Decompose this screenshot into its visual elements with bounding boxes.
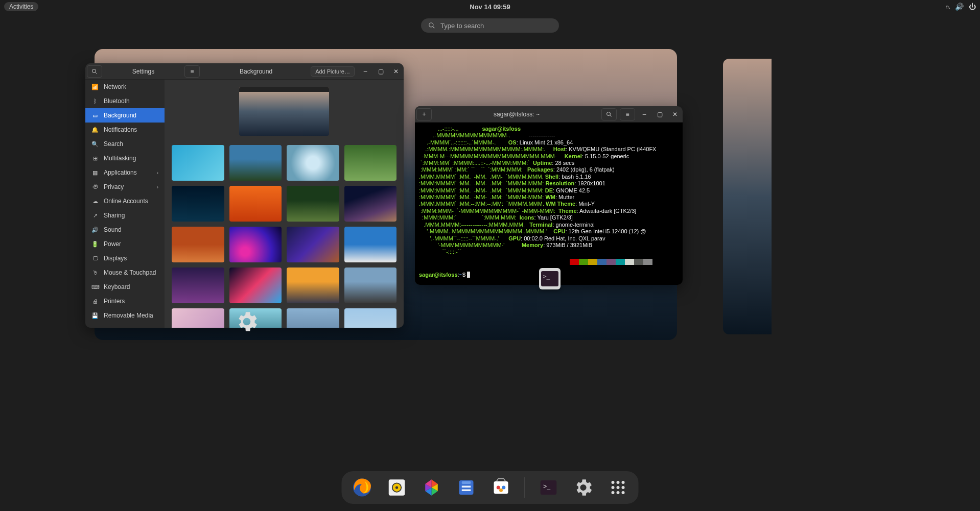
sidebar-item-label: Power	[104, 240, 121, 248]
sidebar-item-label: Privacy	[104, 183, 124, 190]
overview-window-icon-settings[interactable]	[234, 309, 260, 334]
sidebar-item-icon: 🔋	[91, 241, 99, 248]
svg-text:>_: >_	[543, 483, 550, 490]
wallpaper-option[interactable]	[172, 186, 224, 222]
dock-app-photos[interactable]	[421, 476, 443, 499]
wallpaper-option[interactable]	[229, 186, 282, 222]
window-minimize-button[interactable]: –	[358, 63, 373, 80]
wallpaper-option[interactable]	[287, 308, 339, 328]
power-icon[interactable]: ⏻	[969, 3, 976, 11]
dock-show-apps[interactable]	[607, 476, 629, 499]
terminal-output[interactable]: ...-:::::-... sagar@itsfoss .-MMMMMMMMMM…	[415, 123, 683, 285]
svg-point-34	[617, 491, 620, 494]
sidebar-item-displays[interactable]: 🖵Displays	[85, 251, 165, 265]
overview-search[interactable]: Type to search	[421, 18, 559, 33]
wallpaper-option[interactable]	[172, 145, 224, 181]
sidebar-item-background[interactable]: ▭Background	[85, 108, 165, 123]
svg-point-4	[607, 112, 611, 115]
wallpaper-option[interactable]	[172, 308, 224, 328]
window-close-button[interactable]: ✕	[388, 63, 404, 80]
add-picture-button[interactable]: Add Picture…	[311, 66, 355, 77]
settings-content-title: Background	[201, 68, 311, 75]
svg-rect-18	[462, 481, 471, 484]
svg-point-22	[497, 486, 500, 490]
workspace-thumbnail-2[interactable]	[723, 59, 772, 334]
svg-line-3	[96, 72, 97, 74]
svg-point-31	[617, 486, 620, 489]
svg-point-33	[612, 491, 615, 494]
overview-window-icon-terminal[interactable]: >_	[539, 268, 561, 289]
wallpaper-option[interactable]	[229, 227, 282, 262]
sidebar-item-sound[interactable]: 🔊Sound	[85, 223, 165, 237]
dock-app-firefox[interactable]	[351, 476, 374, 499]
sidebar-item-multitasking[interactable]: ⊞Multitasking	[85, 151, 165, 165]
wallpaper-option[interactable]	[229, 267, 282, 303]
wallpaper-option[interactable]	[344, 186, 397, 222]
sidebar-item-label: Removable Media	[104, 312, 153, 319]
hamburger-menu-button[interactable]: ≡	[184, 65, 200, 78]
volume-icon[interactable]: 🔊	[955, 3, 964, 11]
wallpaper-option[interactable]	[287, 267, 339, 303]
wallpaper-option[interactable]	[287, 227, 339, 262]
svg-point-30	[612, 486, 615, 489]
svg-rect-19	[462, 486, 471, 488]
sidebar-item-icon: 🔔	[91, 127, 99, 133]
sidebar-item-removable-media[interactable]: 💾Removable Media	[85, 308, 165, 323]
wallpaper-option[interactable]	[344, 267, 397, 303]
settings-window: Settings ≡ Background Add Picture… – ▢ ✕…	[85, 63, 404, 328]
sidebar-item-power[interactable]: 🔋Power	[85, 237, 165, 251]
sidebar-item-network[interactable]: 📶Network	[85, 80, 165, 94]
wallpaper-option[interactable]	[172, 227, 224, 262]
search-icon	[428, 22, 435, 29]
sidebar-item-notifications[interactable]: 🔔Notifications	[85, 123, 165, 137]
dock-separator	[525, 477, 525, 498]
sidebar-item-label: Background	[104, 112, 136, 119]
terminal-close-button[interactable]: ✕	[667, 106, 683, 123]
sidebar-item-mouse-touchpad[interactable]: 🖰Mouse & Touchpad	[85, 265, 165, 280]
settings-sidebar: 📶NetworkᛒBluetooth▭Background🔔Notificati…	[85, 80, 165, 328]
wallpaper-option[interactable]	[344, 227, 397, 262]
clock[interactable]: Nov 14 09:59	[470, 3, 510, 11]
network-icon[interactable]: ⏢	[946, 3, 950, 11]
sidebar-search-button[interactable]	[87, 65, 102, 78]
sidebar-item-online-accounts[interactable]: ☁Online Accounts	[85, 194, 165, 208]
sidebar-item-search[interactable]: 🔍Search	[85, 137, 165, 151]
wallpaper-option[interactable]	[287, 145, 339, 181]
wallpaper-option[interactable]	[229, 145, 282, 181]
terminal-minimize-button[interactable]: –	[637, 106, 652, 123]
sidebar-item-icon: ↗	[91, 212, 99, 219]
terminal-search-button[interactable]	[601, 108, 617, 120]
dock: >_	[342, 471, 639, 504]
activities-button[interactable]: Activities	[4, 2, 38, 11]
dock-app-software[interactable]	[490, 476, 512, 499]
sidebar-item-applications[interactable]: ▦Applications›	[85, 165, 165, 180]
sidebar-item-keyboard[interactable]: ⌨Keyboard	[85, 280, 165, 294]
terminal-menu-button[interactable]: ≡	[620, 108, 635, 120]
sidebar-item-label: Printers	[104, 298, 125, 305]
svg-point-29	[622, 481, 625, 484]
sidebar-item-printers[interactable]: 🖨Printers	[85, 294, 165, 308]
sidebar-item-privacy[interactable]: 🖑Privacy›	[85, 180, 165, 194]
sidebar-item-icon: 🖵	[91, 255, 99, 261]
dock-running-settings[interactable]	[572, 476, 595, 499]
search-placeholder: Type to search	[440, 22, 484, 30]
background-panel	[165, 80, 404, 328]
svg-point-32	[622, 486, 625, 489]
sidebar-item-icon: ▦	[91, 169, 99, 176]
dock-app-files[interactable]	[455, 476, 478, 499]
new-tab-button[interactable]: ＋	[416, 108, 432, 120]
dock-app-rhythmbox[interactable]	[386, 476, 408, 499]
sidebar-item-sharing[interactable]: ↗Sharing	[85, 208, 165, 223]
dock-running-terminal[interactable]: >_	[538, 476, 560, 499]
terminal-maximize-button[interactable]: ▢	[652, 106, 667, 123]
wallpaper-option[interactable]	[287, 186, 339, 222]
sidebar-item-label: Mouse & Touchpad	[104, 269, 156, 276]
wallpaper-option[interactable]	[344, 145, 397, 181]
system-tray: ⏢ 🔊 ⏻	[946, 3, 976, 11]
window-maximize-button[interactable]: ▢	[373, 63, 388, 80]
sidebar-item-bluetooth[interactable]: ᛒBluetooth	[85, 94, 165, 108]
wallpaper-option[interactable]	[172, 267, 224, 303]
sidebar-item-icon: ▭	[91, 112, 99, 119]
wallpaper-option[interactable]	[344, 308, 397, 328]
current-wallpaper-preview[interactable]	[239, 87, 329, 136]
